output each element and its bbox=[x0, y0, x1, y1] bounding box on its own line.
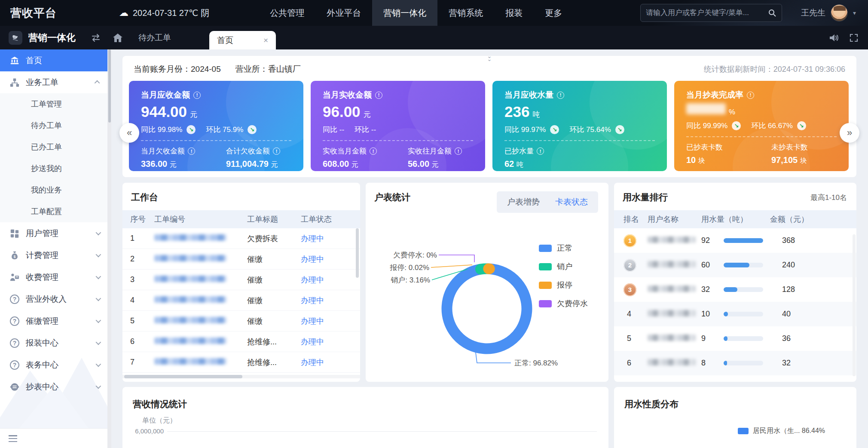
sidebar-subitem[interactable]: 我的业务 bbox=[0, 179, 107, 201]
stat-card[interactable]: 当月应收水量! 236 吨 同比 99.97%↘ 环比 75.64%↘ 已抄水量… bbox=[492, 81, 667, 171]
info-icon[interactable]: ! bbox=[375, 92, 382, 99]
sidebar-item[interactable]: 收费管理 bbox=[0, 266, 107, 288]
worktable-row[interactable]: 7 抢维修... 办理中 bbox=[122, 352, 360, 373]
tab-home-active[interactable]: 首页 × bbox=[209, 31, 276, 49]
user-name-masked bbox=[648, 236, 701, 245]
topnav-item[interactable]: 营销系统 bbox=[437, 0, 494, 26]
refresh-time: 统计数据刷新时间：2024-07-31 09:36:06 bbox=[704, 64, 845, 74]
usage-bar bbox=[724, 361, 763, 365]
ranking-row[interactable]: 5 9 36 bbox=[614, 326, 856, 351]
worktable-hscrollbar[interactable] bbox=[122, 375, 360, 378]
sidebar-item[interactable]: 抄表中心 bbox=[0, 376, 107, 398]
order-title: 催缴 bbox=[247, 316, 301, 326]
order-status-link[interactable]: 办理中 bbox=[301, 255, 324, 264]
info-icon[interactable]: ! bbox=[557, 92, 564, 99]
order-status-link[interactable]: 办理中 bbox=[301, 338, 324, 346]
worktable-row[interactable]: 6 抢维修... 办理中 bbox=[122, 331, 360, 352]
topnav-item[interactable]: 公共管理 bbox=[259, 0, 315, 26]
col-header-usage: 用水量（吨） bbox=[701, 214, 770, 224]
sidebar-subitem[interactable]: 工单配置 bbox=[0, 201, 107, 222]
order-status-link[interactable]: 办理中 bbox=[301, 276, 324, 284]
footer-metric: 已抄水量! 62 吨 bbox=[504, 146, 569, 169]
sidebar-scrollbar[interactable] bbox=[107, 49, 111, 448]
usage-value: 92 bbox=[701, 236, 724, 245]
avatar[interactable] bbox=[831, 4, 848, 21]
sidebar-subitem[interactable]: 抄送我的 bbox=[0, 158, 107, 179]
ranking-row[interactable]: 4 10 40 bbox=[614, 302, 856, 326]
topnav-item[interactable]: 更多 bbox=[534, 0, 573, 26]
info-icon[interactable]: ! bbox=[537, 147, 544, 155]
ranking-row[interactable]: 1 92 368 bbox=[614, 228, 856, 253]
callout-normal: 正常: 96.82% bbox=[514, 359, 558, 367]
search-icon[interactable] bbox=[768, 9, 776, 17]
topnav-item[interactable]: 外业平台 bbox=[315, 0, 372, 26]
sidebar: 首页 业务工单工单管理待办工单已办工单抄送我的我的业务工单配置 用户管理 $ 计… bbox=[0, 49, 107, 448]
trend-row: 同比 99.99%↘ 环比 66.67%↘ bbox=[686, 121, 837, 131]
sidebar-subitem[interactable]: 工单管理 bbox=[0, 93, 107, 115]
row-index: 1 bbox=[122, 234, 154, 243]
carousel-prev-button[interactable]: « bbox=[119, 123, 139, 143]
topnav-item[interactable]: 报装 bbox=[494, 0, 534, 26]
ranking-scrollbar[interactable] bbox=[853, 234, 856, 376]
sidebar-item[interactable]: $ 计费管理 bbox=[0, 244, 107, 266]
worktable-row[interactable]: 2 催缴 办理中 bbox=[122, 249, 360, 270]
medal-gold-icon: 1 bbox=[623, 234, 636, 247]
collapse-double-chevron-icon[interactable]: ⌄⌄ bbox=[487, 55, 492, 61]
order-status-link[interactable]: 办理中 bbox=[301, 317, 324, 325]
close-icon[interactable]: × bbox=[263, 36, 268, 45]
stat-card[interactable]: 当月抄表完成率! % 同比 99.99%↘ 环比 66.67%↘ 已抄表卡数 1… bbox=[674, 81, 849, 171]
user-zone[interactable]: 王先生 ▾ bbox=[801, 0, 856, 26]
stat-card[interactable]: 当月实收金额! 96.00 元 同比 -- 环比 -- 实收当月金额! 608.… bbox=[311, 81, 485, 171]
info-icon[interactable]: ! bbox=[193, 92, 201, 99]
home-icon[interactable] bbox=[113, 33, 123, 43]
info-icon[interactable]: ! bbox=[747, 92, 754, 99]
worktable-row[interactable]: 3 催缴 办理中 bbox=[122, 270, 360, 290]
sidebar-item[interactable]: ? 表务中心 bbox=[0, 354, 107, 376]
stat-card[interactable]: 当月应收金额! 944.00 元 同比 99.98%↘ 环比 75.9%↘ 当月… bbox=[129, 81, 303, 171]
carousel-next-button[interactable]: » bbox=[840, 123, 859, 143]
sidebar-item[interactable]: 用户管理 bbox=[0, 222, 107, 244]
revenue-platform-dashboard: 营收平台 ☁ 2024-07-31 27℃ 阴 公共管理外业平台营销一体化营销系… bbox=[0, 0, 868, 448]
topnav-item[interactable]: 营销一体化 bbox=[372, 0, 437, 26]
info-icon[interactable]: ! bbox=[370, 147, 377, 155]
ranking-row[interactable]: 2 60 240 bbox=[614, 253, 856, 277]
legend-label: 报停 bbox=[557, 280, 572, 290]
legend-item[interactable]: 正常 bbox=[539, 243, 588, 253]
legend-item[interactable]: 欠费停水 bbox=[539, 298, 588, 309]
fullscreen-icon[interactable] bbox=[849, 33, 859, 43]
sidebar-item[interactable]: ? 营业外收入 bbox=[0, 288, 107, 310]
main-content: ⌄⌄ 当前账务月份： 2024-05 营业所： 香山镇厂 统计数据刷新时间：20… bbox=[111, 49, 868, 448]
ranking-row[interactable]: 3 32 128 bbox=[614, 277, 856, 302]
info-icon[interactable]: ! bbox=[273, 147, 280, 155]
legend-label: 欠费停水 bbox=[557, 298, 588, 309]
tab-pending-orders[interactable]: 待办工单 bbox=[138, 32, 171, 43]
switch-app-icon[interactable] bbox=[90, 33, 101, 43]
gridline bbox=[167, 431, 597, 432]
search-input[interactable] bbox=[646, 9, 768, 17]
tab-home-label[interactable]: 首页 bbox=[217, 35, 233, 46]
sidebar-item[interactable]: ? 催缴管理 bbox=[0, 310, 107, 332]
global-search[interactable] bbox=[640, 4, 782, 22]
order-status-link[interactable]: 办理中 bbox=[301, 296, 324, 305]
billing-month-value: 2024-05 bbox=[191, 64, 221, 74]
chevron-down-icon[interactable]: ▾ bbox=[853, 9, 856, 16]
ranking-table: 排名 用户名称 用水量（吨） 金额（元） 1 92 368 2 60 240 3… bbox=[614, 210, 856, 375]
sidebar-subitem[interactable]: 待办工单 bbox=[0, 115, 107, 136]
worktable-row[interactable]: 4 催缴 办理中 bbox=[122, 290, 360, 311]
sidebar-item[interactable]: ? 报装中心 bbox=[0, 332, 107, 354]
legend-item[interactable]: 报停 bbox=[539, 280, 588, 290]
order-status-link[interactable]: 办理中 bbox=[301, 358, 324, 367]
worktable-row[interactable]: 5 催缴 办理中 bbox=[122, 311, 360, 331]
menu-list-icon[interactable] bbox=[9, 435, 17, 442]
worktable-vscrollbar[interactable] bbox=[356, 210, 359, 344]
order-status-link[interactable]: 办理中 bbox=[301, 234, 324, 243]
sidebar-subitem[interactable]: 已办工单 bbox=[0, 136, 107, 158]
info-icon[interactable]: ! bbox=[455, 147, 462, 155]
volume-icon[interactable] bbox=[828, 33, 839, 43]
worktable-row[interactable]: 1 欠费拆表 办理中 bbox=[122, 228, 360, 249]
sidebar-item[interactable]: 首页 bbox=[0, 49, 107, 71]
ranking-row[interactable]: 6 8 32 bbox=[614, 351, 856, 375]
legend-item[interactable]: 销户 bbox=[539, 261, 588, 272]
sidebar-item[interactable]: 业务工单 bbox=[0, 71, 107, 93]
info-icon[interactable]: ! bbox=[188, 147, 195, 155]
